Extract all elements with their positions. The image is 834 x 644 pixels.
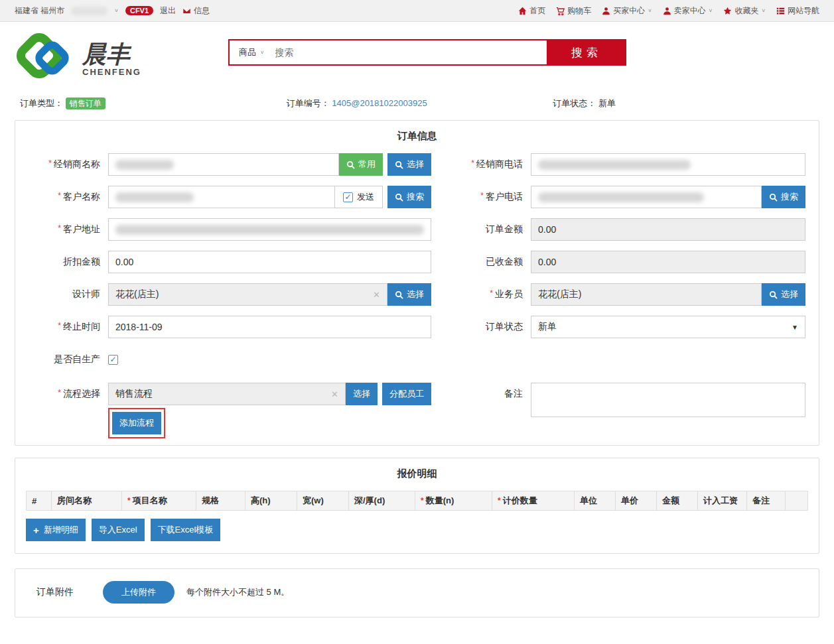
redacted-value — [115, 225, 424, 235]
chevron-down-icon: ∨ — [648, 8, 652, 13]
home-icon — [518, 7, 527, 15]
salesman-select-button[interactable]: 选择 — [762, 283, 805, 306]
customer-name-label: *客户名称 — [29, 186, 100, 203]
search-icon — [769, 193, 778, 202]
field-customer-name: *客户名称 发送 搜索 — [29, 186, 431, 208]
order-type-label: 订单类型： — [20, 98, 63, 108]
self-production-checkbox[interactable] — [108, 355, 118, 365]
order-status-select[interactable]: 新单 ▼ — [531, 316, 805, 338]
brand-subtitle: CHENFENG — [82, 67, 141, 77]
nav-home[interactable]: 首页 — [518, 5, 545, 17]
search-icon — [395, 161, 403, 169]
col-room-name: 房间名称 — [52, 491, 122, 510]
redacted-value — [115, 192, 194, 202]
redacted-value — [538, 160, 691, 170]
col-unit-price: 单价 — [616, 491, 657, 510]
end-date-input[interactable]: 2018-11-09 — [108, 316, 431, 338]
import-excel-button[interactable]: 导入Excel — [92, 519, 145, 541]
remark-textarea[interactable] — [531, 383, 805, 417]
order-status-field-label: 订单状态 — [451, 316, 523, 333]
logout-link[interactable]: 退出 — [160, 5, 176, 17]
add-detail-button[interactable]: + 新增明细 — [26, 519, 86, 541]
nav-cart[interactable]: 购物车 — [556, 5, 591, 17]
discount-amount-input[interactable]: 0.00 — [108, 251, 431, 273]
process-label: *流程选择 — [29, 383, 100, 400]
dealer-common-button[interactable]: 常用 — [339, 153, 383, 176]
customer-address-input[interactable] — [108, 218, 431, 241]
customer-name-input[interactable] — [108, 186, 335, 208]
vip-level-badge: CFV1 — [125, 6, 153, 15]
topbar: 福建省 福州市 ∨ CFV1 退出 信息 首页 购物车 买家中心 ∨ 卖家中心 … — [0, 0, 834, 22]
designer-select-button[interactable]: 选择 — [387, 283, 431, 306]
field-salesman: *业务员 花花(店主) 选择 — [451, 283, 805, 306]
add-process-button[interactable]: 添加流程 — [112, 412, 161, 434]
redacted-value — [115, 160, 174, 170]
order-status-value: 新单 — [598, 98, 616, 108]
dealer-phone-label: *经销商电话 — [451, 153, 523, 170]
chenfeng-logo-icon — [15, 31, 76, 87]
customer-name-search-button[interactable]: 搜索 — [387, 186, 431, 208]
cart-icon — [556, 7, 565, 15]
message-link[interactable]: 信息 — [182, 5, 210, 17]
clear-icon[interactable]: ✕ — [326, 389, 338, 399]
search-category-label: 商品 — [239, 46, 256, 58]
col-width: 宽(w) — [297, 491, 349, 510]
col-height: 高(h) — [245, 491, 297, 510]
user-icon — [663, 7, 671, 15]
required-mark: * — [471, 159, 474, 168]
field-discount-amount: 折扣金额 0.00 — [29, 251, 431, 273]
chevron-down-icon[interactable]: ∨ — [114, 8, 119, 13]
nav-seller-center[interactable]: 卖家中心 ∨ — [663, 5, 713, 17]
send-checkbox[interactable] — [343, 192, 353, 202]
nav-buyer-center[interactable]: 买家中心 ∨ — [602, 5, 652, 17]
col-actions — [786, 491, 807, 510]
upload-attachment-button[interactable]: 上传附件 — [103, 581, 174, 604]
select-arrow-icon: ▼ — [792, 324, 798, 331]
user-icon — [602, 7, 610, 15]
search-category-dropdown[interactable]: 商品 ∨ — [230, 40, 271, 64]
search-icon — [395, 290, 403, 299]
customer-phone-label: *客户电话 — [451, 186, 523, 203]
username-redacted — [71, 7, 107, 15]
designer-label: 设计师 — [29, 283, 100, 300]
page-header: 晨丰 CHENFENG 商品 ∨ 搜索 — [0, 22, 834, 94]
nav-favorites[interactable]: 收藏夹 ∨ — [723, 5, 766, 17]
required-mark: * — [480, 191, 484, 200]
salesman-input: 花花(店主) — [531, 283, 762, 306]
order-amount-label: 订单金额 — [451, 218, 523, 235]
brand-logo[interactable]: 晨丰 CHENFENG — [15, 31, 214, 87]
dealer-name-input[interactable] — [108, 153, 339, 176]
dealer-phone-input[interactable] — [531, 153, 805, 176]
search-box: 商品 ∨ 搜索 — [228, 39, 626, 66]
message-label: 信息 — [194, 5, 210, 17]
col-unit: 单位 — [575, 491, 616, 510]
field-dealer-name: *经销商名称 常用 选择 — [29, 153, 431, 176]
order-number-link[interactable]: 1405@20181022003925 — [332, 98, 427, 108]
customer-phone-search-button[interactable]: 搜索 — [762, 186, 805, 208]
nav-cart-label: 购物车 — [567, 5, 591, 17]
search-icon — [769, 290, 778, 299]
nav-site-nav[interactable]: 网站导航 — [776, 5, 819, 17]
assign-staff-button[interactable]: 分配员工 — [382, 383, 431, 405]
required-mark: * — [490, 289, 493, 298]
col-price-quantity: *计价数量 — [492, 491, 575, 510]
chevron-down-icon: ∨ — [260, 50, 265, 55]
send-checkbox-addon: 发送 — [335, 186, 383, 208]
discount-amount-label: 折扣金额 — [29, 251, 100, 268]
field-dealer-phone: *经销商电话 — [451, 153, 805, 176]
col-quantity: *数量(n) — [415, 491, 492, 510]
search-input[interactable] — [271, 40, 547, 64]
menu-icon — [776, 7, 785, 15]
clear-icon[interactable]: ✕ — [368, 290, 380, 300]
col-remark: 备注 — [747, 491, 786, 510]
download-excel-template-button[interactable]: 下载Excel模板 — [151, 519, 221, 541]
process-select-button[interactable]: 选择 — [346, 383, 378, 405]
col-amount: 金额 — [657, 491, 698, 510]
required-mark: * — [127, 496, 131, 505]
nav-sitenav-label: 网站导航 — [788, 5, 819, 17]
customer-phone-input[interactable] — [531, 186, 762, 208]
required-mark: * — [58, 191, 61, 200]
search-button[interactable]: 搜索 — [547, 39, 626, 66]
dealer-select-button[interactable]: 选择 — [387, 153, 431, 176]
mail-icon — [182, 7, 191, 15]
